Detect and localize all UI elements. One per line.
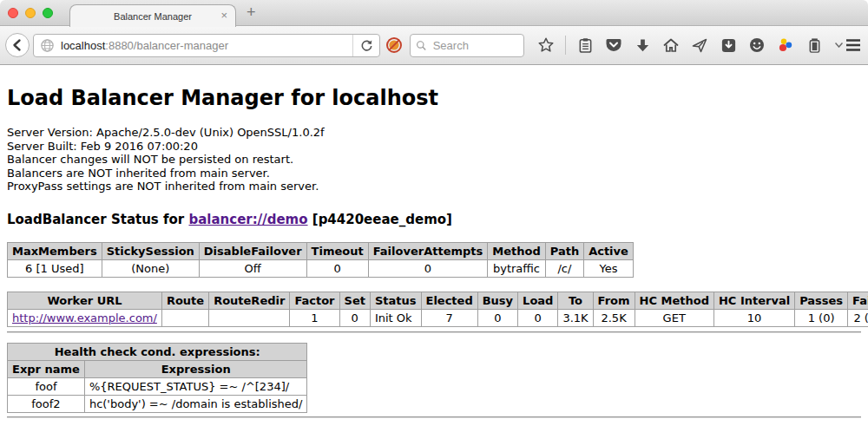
- url-text: localhost:8880/balancer-manager: [61, 39, 352, 52]
- cell-maxmembers: 6 [1 Used]: [8, 259, 102, 277]
- bookmark-star-button[interactable]: [536, 36, 556, 55]
- table-row: 6 [1 Used] (None) Off 0 0 bytraffic /c/ …: [8, 259, 634, 277]
- page-title: Load Balancer Manager for localhost: [7, 86, 861, 110]
- traffic-lights: [8, 8, 53, 18]
- dropdown-caret-icon: [835, 43, 843, 48]
- section-divider: [7, 331, 861, 333]
- page-content: Load Balancer Manager for localhost Serv…: [0, 86, 868, 418]
- tab-balancer-manager[interactable]: Balancer Manager ×: [69, 4, 236, 27]
- zoom-window-icon[interactable]: [43, 8, 53, 18]
- colored-dots-extension-button[interactable]: [776, 36, 795, 55]
- smiley-icon: [748, 36, 766, 54]
- url-bar[interactable]: localhost:8880/balancer-manager: [33, 34, 380, 57]
- cell-expr-name: foof: [8, 377, 85, 395]
- container-extension-button[interactable]: [805, 36, 824, 55]
- cell-hc-interval: 10: [713, 309, 794, 326]
- proxypass-note-line: ProxyPass settings are NOT inherited fro…: [7, 180, 861, 193]
- cell-to: 3.1K: [558, 309, 593, 326]
- col-passes: Passes: [795, 292, 848, 309]
- balancer-demo-link[interactable]: balancer://demo: [188, 212, 307, 227]
- cell-expression: hc('body') =~ /domain is established/: [84, 395, 307, 412]
- col-failoverattempts: FailoverAttempts: [368, 242, 488, 259]
- col-routeredir: RouteRedir: [209, 292, 290, 309]
- reload-button[interactable]: [353, 35, 379, 56]
- cell-hc-method: GET: [635, 309, 713, 326]
- cell-expression: %{REQUEST_STATUS} =~ /^[234]/: [84, 377, 307, 395]
- col-status: Status: [370, 292, 421, 309]
- menu-button[interactable]: [844, 36, 863, 55]
- pocket-button[interactable]: [604, 36, 623, 55]
- table-row: http://www.example.com/ 1 0 Init Ok 7 0 …: [8, 309, 868, 326]
- worker-table: Worker URL Route RouteRedir Factor Set S…: [7, 292, 868, 327]
- col-hc-method: HC Method: [635, 292, 713, 309]
- server-version-line: Server Version: Apache/2.5.0-dev (Unix) …: [7, 126, 861, 140]
- table-title-row: Health check cond. expressions:: [8, 343, 307, 360]
- col-expr-name: Expr name: [8, 360, 85, 377]
- clipboard-icon: [577, 37, 594, 54]
- col-load: Load: [518, 292, 558, 309]
- navigation-toolbar: localhost:8880/balancer-manager: [0, 26, 868, 65]
- col-active: Active: [584, 242, 634, 259]
- save-extension-button[interactable]: [719, 36, 738, 55]
- home-icon: [662, 36, 680, 54]
- colored-dots-icon: [777, 36, 794, 54]
- cell-busy: 0: [477, 309, 517, 326]
- cell-fails: 2 (0): [848, 309, 868, 326]
- cell-active: Yes: [584, 259, 634, 277]
- plugin-blocked-button[interactable]: [385, 36, 403, 54]
- cell-routeredir: [209, 309, 290, 326]
- table-row: foof2 hc('body') =~ /domain is establish…: [8, 395, 307, 412]
- col-disablefailover: DisableFailover: [199, 242, 306, 259]
- cell-elected: 7: [421, 309, 477, 326]
- search-bar[interactable]: [410, 34, 524, 57]
- downloads-button[interactable]: [633, 36, 652, 55]
- send-icon: [691, 36, 708, 54]
- back-icon: [10, 38, 24, 52]
- inherit-note-line: Balancers are NOT inherited from main se…: [7, 167, 861, 180]
- bookmarks-menu-button[interactable]: [575, 36, 595, 55]
- overflow-caret-button[interactable]: [833, 36, 844, 55]
- minimize-window-icon[interactable]: [25, 8, 36, 18]
- status-heading-suffix: [p4420eeae_demo]: [312, 212, 452, 227]
- status-heading: LoadBalancer Status for balancer://demo …: [7, 212, 861, 227]
- cell-path: /c/: [545, 259, 583, 277]
- cell-factor: 1: [290, 309, 339, 326]
- tab-title: Balancer Manager: [114, 11, 192, 22]
- close-window-icon[interactable]: [8, 8, 18, 18]
- status-heading-prefix: LoadBalancer Status for: [7, 212, 184, 227]
- col-expression: Expression: [84, 360, 307, 377]
- plugin-blocked-icon: [385, 36, 403, 54]
- search-input[interactable]: [431, 38, 518, 53]
- col-path: Path: [545, 242, 583, 259]
- cell-stickysession: (None): [102, 259, 199, 277]
- reload-icon: [360, 39, 373, 52]
- col-method: Method: [488, 242, 545, 259]
- persist-note-line: Balancer changes will NOT be persisted o…: [7, 153, 861, 167]
- toolbar-divider: [565, 36, 566, 55]
- col-factor: Factor: [290, 292, 339, 309]
- search-icon: [416, 39, 427, 52]
- chat-extension-button[interactable]: [747, 36, 766, 55]
- cell-worker-url: http://www.example.com/: [8, 309, 162, 326]
- cell-disablefailover: Off: [199, 259, 306, 277]
- battery-icon: [806, 37, 823, 54]
- titlebar: Balancer Manager × +: [0, 0, 868, 26]
- close-icon[interactable]: ×: [220, 10, 227, 22]
- table-header-row: MaxMembers StickySession DisableFailover…: [8, 242, 634, 259]
- send-tab-button[interactable]: [690, 36, 709, 55]
- col-elected: Elected: [421, 292, 477, 309]
- new-tab-icon[interactable]: +: [247, 3, 256, 21]
- cell-method: bytraffic: [488, 259, 545, 277]
- col-from: From: [593, 292, 635, 309]
- home-button[interactable]: [661, 36, 681, 55]
- table-header-row: Worker URL Route RouteRedir Factor Set S…: [8, 292, 868, 309]
- table-row: foof %{REQUEST_STATUS} =~ /^[234]/: [8, 377, 307, 395]
- col-to: To: [558, 292, 593, 309]
- back-button[interactable]: [5, 33, 30, 57]
- balancer-summary-table: MaxMembers StickySession DisableFailover…: [7, 242, 634, 278]
- col-timeout: Timeout: [306, 242, 368, 259]
- col-stickysession: StickySession: [102, 242, 199, 259]
- col-busy: Busy: [477, 292, 517, 309]
- toolbar-icons: [536, 36, 844, 55]
- worker-url-link[interactable]: http://www.example.com/: [12, 311, 157, 324]
